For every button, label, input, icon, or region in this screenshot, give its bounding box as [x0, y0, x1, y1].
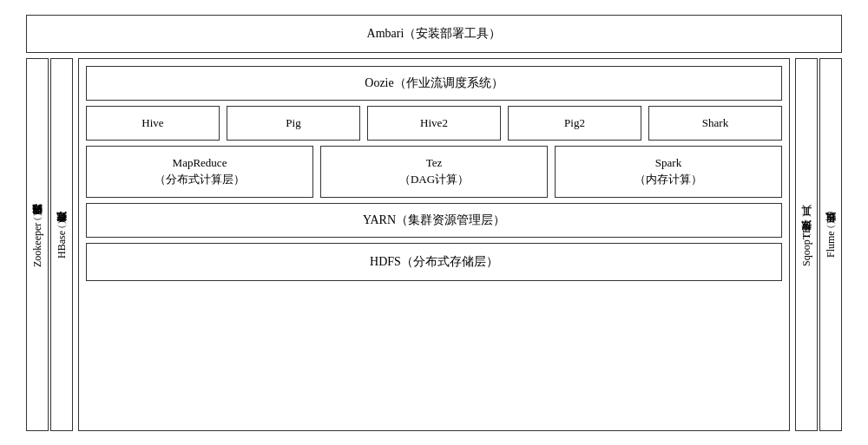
mapreduce-label: MapReduce（分布式计算层） [155, 155, 245, 187]
compute-spark: Spark（内存计算） [555, 146, 782, 198]
compute-tez: Tez（DAG计算） [320, 146, 548, 198]
tool-hive2: Hive2 [367, 106, 501, 141]
inner-wrapper: Oozie（作业流调度系统） Hive Pig Hive2 Pig2 Shark [78, 58, 790, 431]
sqoop-box: Sqoop（数据库TEI工具） [795, 58, 818, 431]
compute-mapreduce: MapReduce（分布式计算层） [86, 146, 313, 198]
hdfs-label: HDFS（分布式存储层） [370, 254, 498, 270]
hdfs-bar: HDFS（分布式存储层） [86, 243, 782, 281]
zookeeper-box: Zookeeper（分布式协调服务） [26, 58, 49, 431]
right-side: Sqoop（数据库TEI工具） Flume（日志收集） [795, 58, 842, 431]
hbase-box: HBase（分布式数据库） [50, 58, 73, 431]
tools-row: Hive Pig Hive2 Pig2 Shark [86, 106, 782, 141]
flume-label: Flume（日志收集） [824, 231, 838, 258]
zookeeper-label: Zookeeper（分布式协调服务） [30, 222, 45, 266]
tool-shark: Shark [648, 106, 782, 141]
ambari-label: Ambari（安装部署工具） [367, 26, 502, 42]
sqoop-label: Sqoop（数据库TEI工具） [799, 223, 814, 265]
yarn-label: YARN（集群资源管理层） [363, 213, 505, 228]
compute-row: MapReduce（分布式计算层） Tez（DAG计算） Spark（内存计算） [86, 146, 782, 198]
tez-label: Tez（DAG计算） [399, 155, 469, 187]
tool-pig2: Pig2 [508, 106, 641, 141]
left-side: Zookeeper（分布式协调服务） HBase（分布式数据库） [26, 58, 73, 431]
spark-label: Spark（内存计算） [635, 155, 702, 187]
oozie-label: Oozie（作业流调度系统） [365, 75, 503, 91]
yarn-bar: YARN（集群资源管理层） [86, 203, 782, 238]
diagram-wrapper: Ambari（安装部署工具） Zookeeper（分布式协调服务） HBase（… [26, 15, 842, 431]
tool-pig: Pig [227, 106, 360, 141]
oozie-bar: Oozie（作业流调度系统） [86, 66, 782, 101]
tool-hive: Hive [86, 106, 220, 141]
ambari-bar: Ambari（安装部署工具） [26, 15, 842, 53]
main-area: Zookeeper（分布式协调服务） HBase（分布式数据库） Oozie（作… [26, 58, 842, 431]
hbase-label: HBase（分布式数据库） [55, 231, 69, 258]
flume-box: Flume（日志收集） [819, 58, 842, 431]
